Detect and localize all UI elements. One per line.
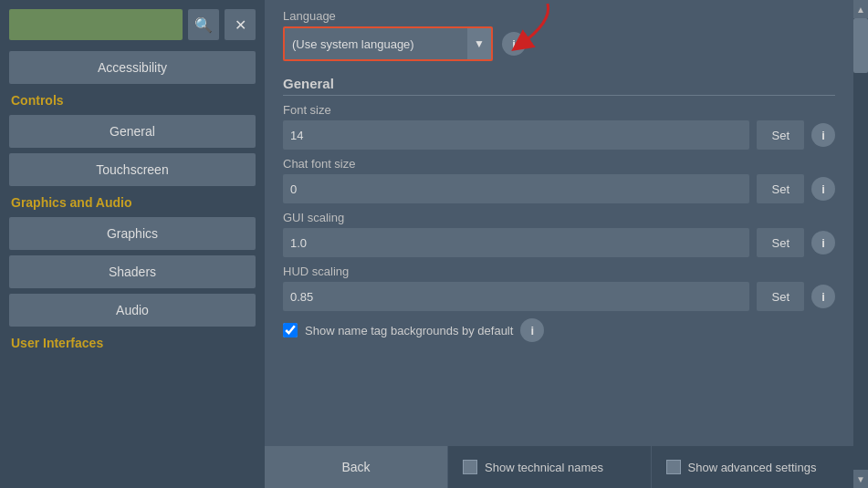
show-technical-names-checkbox[interactable]: [463, 460, 477, 474]
search-input[interactable]: [9, 9, 183, 40]
sidebar-item-audio[interactable]: Audio: [9, 294, 256, 327]
clear-button[interactable]: ✕: [225, 9, 256, 40]
search-icon: 🔍: [194, 16, 213, 34]
scroll-up-button[interactable]: ▲: [853, 0, 868, 18]
sidebar-item-shaders[interactable]: Shaders: [9, 255, 256, 288]
scroll-thumb[interactable]: [853, 18, 868, 73]
show-technical-names-label: Show technical names: [485, 461, 603, 474]
graphics-audio-section-label: Graphics and Audio: [9, 192, 256, 212]
gui-scaling-set-button[interactable]: Set: [757, 228, 804, 257]
search-row: 🔍 ✕: [9, 9, 256, 40]
font-size-row: Set i: [283, 120, 835, 150]
search-button[interactable]: 🔍: [188, 9, 219, 40]
show-advanced-settings-label: Show advanced settings: [688, 461, 817, 474]
hud-scaling-label: HUD scaling: [283, 265, 835, 278]
sidebar: 🔍 ✕ Accessibility Controls General Touch…: [0, 0, 265, 488]
hud-scaling-input[interactable]: [283, 282, 749, 311]
main-container: 🔍 ✕ Accessibility Controls General Touch…: [0, 0, 868, 488]
sidebar-item-graphics[interactable]: Graphics: [9, 217, 256, 250]
gui-scaling-info-button[interactable]: i: [811, 231, 835, 254]
back-button[interactable]: Back: [265, 446, 447, 488]
hud-scaling-set-button[interactable]: Set: [757, 282, 804, 311]
show-advanced-settings-toggle[interactable]: Show advanced settings: [651, 446, 854, 488]
close-icon: ✕: [235, 16, 246, 34]
hud-scaling-info-button[interactable]: i: [811, 285, 835, 308]
chat-font-size-info-button[interactable]: i: [811, 177, 835, 201]
content-area: Language (Use system language) ▼: [265, 0, 853, 488]
name-tag-label: Show name tag backgrounds by default: [305, 324, 513, 337]
font-size-set-button[interactable]: Set: [757, 120, 804, 150]
language-label: Language: [283, 9, 835, 23]
chat-font-size-input[interactable]: [283, 174, 749, 203]
hud-scaling-row: Set i: [283, 282, 835, 311]
name-tag-info-button[interactable]: i: [520, 318, 544, 342]
name-tag-checkbox[interactable]: [283, 323, 298, 337]
chat-font-size-row: Set i: [283, 174, 835, 203]
gui-scaling-input[interactable]: [283, 228, 749, 257]
controls-section-label: Controls: [9, 89, 256, 109]
right-panel: Language (Use system language) ▼: [265, 0, 868, 488]
gui-scaling-label: GUI scaling: [283, 211, 835, 224]
general-section-title: General: [283, 76, 835, 96]
sidebar-item-general[interactable]: General: [9, 115, 256, 148]
scroll-down-button[interactable]: ▼: [853, 470, 868, 488]
red-arrow-indicator: [484, 0, 557, 54]
gui-scaling-row: Set i: [283, 228, 835, 257]
content-scroll: Language (Use system language) ▼: [265, 0, 853, 446]
font-size-info-button[interactable]: i: [811, 123, 835, 147]
show-advanced-settings-checkbox[interactable]: [666, 460, 681, 474]
font-size-input[interactable]: [283, 120, 749, 150]
bottom-bar: Back Show technical names Show advanced …: [265, 446, 853, 488]
language-select[interactable]: (Use system language): [285, 28, 467, 59]
font-size-label: Font size: [283, 103, 835, 117]
language-select-wrapper: (Use system language) ▼: [283, 26, 493, 61]
show-technical-names-toggle[interactable]: Show technical names: [447, 446, 651, 488]
user-interfaces-section-label: User Interfaces: [9, 332, 256, 352]
name-tag-checkbox-row: Show name tag backgrounds by default i: [283, 318, 835, 342]
language-section: Language (Use system language) ▼: [283, 9, 835, 61]
scroll-track[interactable]: [853, 18, 868, 470]
general-section: General Font size Set i Chat font size S…: [283, 76, 835, 342]
chat-font-size-set-button[interactable]: Set: [757, 174, 804, 203]
accessibility-button[interactable]: Accessibility: [9, 51, 256, 84]
sidebar-item-touchscreen[interactable]: Touchscreen: [9, 153, 256, 186]
language-row: (Use system language) ▼: [283, 26, 835, 61]
scrollbar: ▲ ▼: [853, 0, 868, 488]
chat-font-size-label: Chat font size: [283, 157, 835, 171]
